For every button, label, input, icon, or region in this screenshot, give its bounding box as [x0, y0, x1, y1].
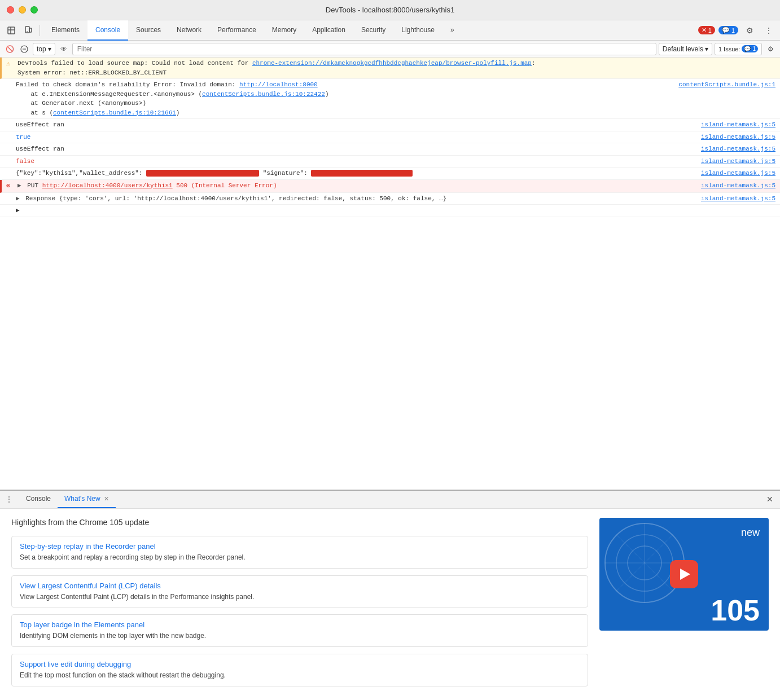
row-source-2[interactable]: island-metamask.js:5 — [701, 133, 775, 142]
row-source-7[interactable]: island-metamask.js:5 — [701, 194, 775, 204]
settings-button[interactable]: ⚙ — [742, 23, 757, 38]
bottom-tab-whats-new[interactable]: What's New ✕ — [58, 490, 116, 508]
feature-link-3[interactable]: Support live edit during debugging — [20, 660, 580, 668]
feature-desc-2: Identifying DOM elements in the top laye… — [20, 632, 206, 640]
row-source-5[interactable]: island-metamask.js:5 — [701, 169, 775, 178]
play-triangle-icon — [680, 569, 690, 580]
close-button[interactable] — [7, 6, 14, 14]
tab-sources[interactable]: Sources — [128, 20, 169, 41]
whats-new-content: Highlights from the Chrome 105 update St… — [0, 509, 780, 700]
feature-item-0[interactable]: Step-by-step replay in the Recorder pane… — [11, 536, 588, 569]
console-row-domain-error: Failed to check domain's reliability Err… — [0, 79, 780, 119]
row-source-cs[interactable]: contentScripts.bundle.js:1 — [678, 80, 775, 90]
row-source-3[interactable]: island-metamask.js:5 — [701, 144, 775, 154]
tab-application[interactable]: Application — [304, 20, 353, 41]
default-levels-dropdown[interactable]: Default levels ▾ — [659, 43, 712, 55]
sourcemap-link[interactable]: chrome-extension://dmkamcknogkgcdfhhbddc… — [252, 60, 532, 67]
whats-new-left: Highlights from the Chrome 105 update St… — [11, 518, 588, 691]
more-options-button[interactable]: ⋮ — [761, 23, 777, 38]
console-row-content: DevTools failed to load source map: Coul… — [17, 59, 775, 77]
minimize-button[interactable] — [19, 6, 26, 14]
console-row-useeffect1: useEffect ran island-metamask.js:5 — [0, 119, 780, 131]
video-version: 105 — [711, 596, 760, 625]
window-controls — [7, 6, 38, 14]
filter-input[interactable] — [72, 43, 656, 55]
console-row-input-caret[interactable]: ▶ — [0, 205, 780, 217]
error-badge[interactable]: ✕ 1 — [698, 26, 715, 34]
feature-item-1[interactable]: View Largest Contentful Paint (LCP) deta… — [11, 575, 588, 608]
tab-security[interactable]: Security — [353, 20, 393, 41]
console-row-useeffect2: useEffect ran island-metamask.js:5 — [0, 143, 780, 156]
context-selector[interactable]: top ▾ — [33, 43, 55, 55]
issues-badge[interactable]: 1 Issue: 💬 1 — [715, 43, 762, 55]
tab-console[interactable]: Console — [87, 20, 128, 41]
console-output: ⚠ DevTools failed to load source map: Co… — [0, 58, 780, 490]
feature-link-1[interactable]: View Largest Contentful Paint (LCP) deta… — [20, 582, 580, 590]
bottom-tabs-bar: ⋮ Console What's New ✕ ✕ — [0, 491, 780, 509]
tab-elements[interactable]: Elements — [43, 20, 87, 41]
bottom-tab-console[interactable]: Console — [19, 490, 58, 508]
row-source-1[interactable]: island-metamask.js:5 — [701, 120, 775, 130]
video-thumbnail[interactable]: new 105 — [599, 518, 769, 631]
video-new-label: new — [741, 527, 760, 539]
device-toolbar-button[interactable] — [20, 23, 36, 38]
main-tabs: Elements Console Sources Network Perform… — [43, 20, 697, 41]
expand-icon[interactable]: ▶ — [17, 182, 21, 189]
error-icon: ⊗ — [6, 181, 15, 191]
drawer-icon[interactable]: ⋮ — [3, 494, 15, 505]
toolbar-divider — [40, 25, 40, 36]
console-row-false: false island-metamask.js:5 — [0, 156, 780, 168]
console-row-warning-sourcemap: ⚠ DevTools failed to load source map: Co… — [0, 58, 780, 79]
redacted-bar-1 — [146, 170, 259, 177]
error-icon: ✕ — [702, 27, 707, 34]
localhost-link[interactable]: http://localhost:8000 — [239, 81, 318, 88]
maximize-button[interactable] — [30, 6, 38, 14]
settings-button-console[interactable]: ⚙ — [764, 43, 777, 55]
tab-performance[interactable]: Performance — [209, 20, 264, 41]
console-row-response: ▶ Response {type: 'cors', url: 'http://l… — [0, 193, 780, 205]
issue-icon: 💬 — [744, 46, 751, 52]
console-row-json-redacted: {"key":"kythis1","wallet_address": "sign… — [0, 168, 780, 180]
cs-bundle-link1[interactable]: contentScripts.bundle.js:10:22422 — [202, 91, 325, 98]
close-tab-icon[interactable]: ✕ — [104, 495, 109, 503]
tab-lighthouse[interactable]: Lighthouse — [393, 20, 442, 41]
window-title: DevTools - localhost:8000/users/kythis1 — [326, 6, 454, 14]
feature-link-2[interactable]: Top layer badge in the Elements panel — [20, 620, 580, 629]
feature-link-0[interactable]: Step-by-step replay in the Recorder pane… — [20, 542, 580, 551]
feature-item-3[interactable]: Support live edit during debugging Edit … — [11, 654, 588, 686]
feature-desc-3: Edit the top most function on the stack … — [20, 671, 226, 679]
console-row-put-error: ⊗ ▶ PUT http://localhost:4000/users/kyth… — [0, 180, 780, 193]
row-source-6[interactable]: island-metamask.js:5 — [701, 181, 775, 191]
warning-badge[interactable]: 💬 1 — [718, 26, 738, 34]
eye-button[interactable]: 👁 — [58, 43, 70, 55]
feature-item-2[interactable]: Top layer badge in the Elements panel Id… — [11, 614, 588, 647]
svg-rect-4 — [29, 28, 32, 32]
chevron-down-icon: ▾ — [705, 45, 708, 53]
put-link[interactable]: http://localhost:4000/users/kythis1 — [42, 182, 173, 189]
bottom-panel: ⋮ Console What's New ✕ ✕ Highlights from… — [0, 490, 780, 700]
expand-icon[interactable]: ▶ — [16, 195, 20, 202]
tab-more[interactable]: » — [442, 20, 462, 41]
close-bottom-panel-button[interactable]: ✕ — [763, 492, 777, 506]
console-row-true: true island-metamask.js:5 — [0, 131, 780, 144]
inspect-element-button[interactable] — [3, 23, 19, 38]
toggle-filter-button[interactable] — [18, 43, 30, 55]
feature-desc-1: View Largest Contentful Paint (LCP) deta… — [20, 593, 254, 601]
redacted-bar-2 — [311, 170, 413, 177]
feature-desc-0: Set a breakpoint and replay a recording … — [20, 553, 246, 561]
warning-icon: ⚠ — [6, 59, 15, 69]
tab-network[interactable]: Network — [169, 20, 209, 41]
toolbar-right: ✕ 1 💬 1 ⚙ ⋮ — [698, 23, 777, 38]
whats-new-right: new 105 — [599, 518, 769, 691]
tab-memory[interactable]: Memory — [264, 20, 304, 41]
devtools-tab-bar: Elements Console Sources Network Perform… — [0, 20, 780, 41]
svg-rect-0 — [8, 27, 15, 34]
cs-bundle-link2[interactable]: contentScripts.bundle.js:10:21661 — [53, 109, 176, 116]
clear-console-button[interactable]: 🚫 — [3, 43, 16, 55]
whats-new-title: Highlights from the Chrome 105 update — [11, 518, 588, 527]
console-toolbar: 🚫 top ▾ 👁 Default levels ▾ 1 Issue: 💬 1 … — [0, 41, 780, 58]
row-source-4[interactable]: island-metamask.js:5 — [701, 157, 775, 166]
devtools-window: DevTools - localhost:8000/users/kythis1 … — [0, 0, 780, 700]
play-button[interactable] — [670, 560, 698, 588]
issue-count: 💬 1 — [742, 45, 758, 52]
